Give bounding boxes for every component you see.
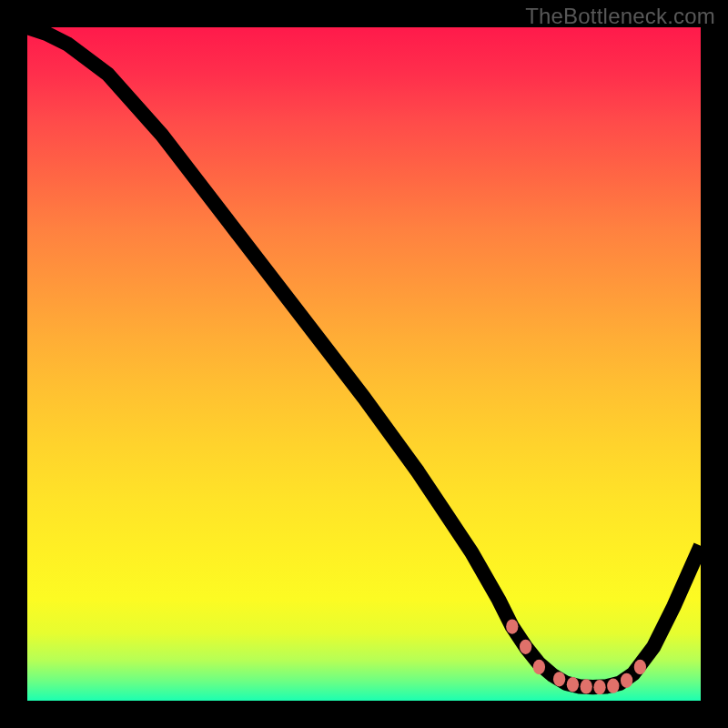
valley-marker	[533, 660, 545, 674]
valley-marker	[593, 680, 605, 694]
valley-marker	[607, 679, 619, 693]
valley-marker	[553, 672, 565, 686]
watermark-text: TheBottleneck.com	[525, 4, 715, 29]
valley-marker	[520, 640, 531, 654]
valley-marker	[621, 673, 632, 688]
chart-frame: TheBottleneck.com	[0, 0, 728, 728]
valley-marker	[506, 619, 518, 633]
valley-marker	[634, 660, 646, 674]
plot-area	[27, 27, 701, 701]
chart-svg	[27, 27, 701, 701]
bottleneck-curve	[27, 27, 701, 687]
valley-marker	[567, 677, 579, 692]
valley-marker	[581, 679, 592, 693]
